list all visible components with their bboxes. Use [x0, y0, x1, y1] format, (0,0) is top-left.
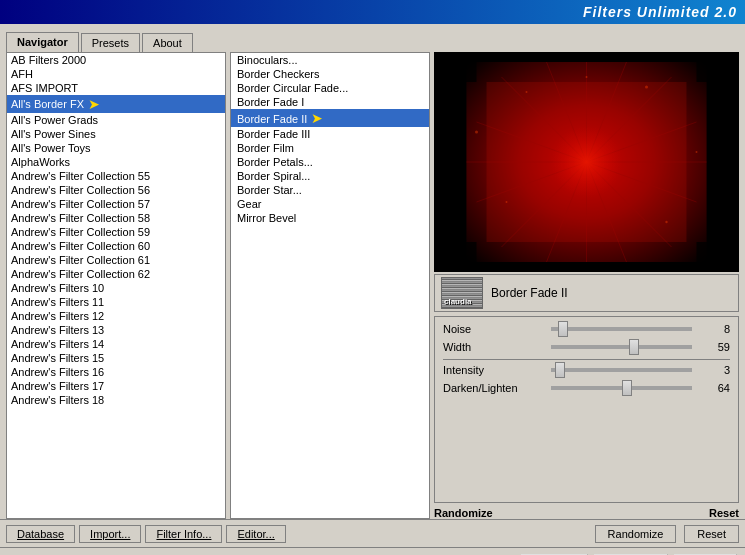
svg-point-32 [696, 151, 698, 153]
control-value: 8 [700, 323, 730, 335]
reset-btn[interactable]: Reset [709, 507, 739, 519]
tab-about[interactable]: About [142, 33, 193, 52]
left-list-item[interactable]: Andrew's Filter Collection 60 [7, 239, 225, 253]
toolbar-right: Randomize Reset [595, 525, 739, 543]
randomize-btn-toolbar[interactable]: Randomize [595, 525, 677, 543]
control-label: Darken/Lighten [443, 382, 543, 394]
filter-thumbnail: claudia [441, 277, 483, 309]
control-slider[interactable] [551, 368, 692, 372]
middle-list-item[interactable]: Border Fade II➤ [231, 109, 429, 127]
left-list-item[interactable]: Andrew's Filter Collection 61 [7, 253, 225, 267]
selection-arrow-icon: ➤ [88, 96, 100, 112]
left-list-item[interactable]: Andrew's Filters 10 [7, 281, 225, 295]
left-list-item[interactable]: AFH [7, 67, 225, 81]
tab-presets[interactable]: Presets [81, 33, 140, 52]
main-container: AB Filters 2000AFHAFS IMPORTAll's Border… [0, 52, 745, 519]
left-list-item[interactable]: Andrew's Filter Collection 55 [7, 169, 225, 183]
control-row: Noise8 [443, 323, 730, 335]
svg-rect-22 [697, 52, 727, 82]
middle-list-item[interactable]: Border Circular Fade... [231, 81, 429, 95]
left-list-item[interactable]: Andrew's Filters 13 [7, 323, 225, 337]
bottom-toolbar: Database Import... Filter Info... Editor… [0, 519, 745, 547]
left-list-item[interactable]: Andrew's Filters 16 [7, 365, 225, 379]
filter-name-label: Border Fade II [491, 286, 732, 300]
middle-list-item[interactable]: Border Spiral... [231, 169, 429, 183]
control-slider[interactable] [551, 386, 692, 390]
middle-panel[interactable]: Binoculars...Border CheckersBorder Circu… [230, 52, 430, 519]
left-list-item[interactable]: All's Border FX➤ [7, 95, 225, 113]
left-list-item[interactable]: Andrew's Filters 12 [7, 309, 225, 323]
svg-point-31 [475, 131, 478, 134]
left-list-item[interactable]: AB Filters 2000 [7, 53, 225, 67]
svg-rect-24 [697, 242, 727, 272]
title-bar: Filters Unlimited 2.0 [0, 0, 745, 24]
left-list-item[interactable]: AFS IMPORT [7, 81, 225, 95]
slider-thumb[interactable] [622, 380, 632, 396]
control-label: Width [443, 341, 543, 353]
svg-rect-21 [447, 52, 477, 82]
left-list-item[interactable]: All's Power Grads [7, 113, 225, 127]
left-list-item[interactable]: All's Power Sines [7, 127, 225, 141]
control-row: Width59 [443, 341, 730, 353]
left-list-item[interactable]: Andrew's Filters 14 [7, 337, 225, 351]
left-list-item[interactable]: Andrew's Filters 17 [7, 379, 225, 393]
svg-rect-23 [447, 242, 477, 272]
filter-info-btn[interactable]: Filter Info... [145, 525, 222, 543]
middle-list-item[interactable]: Border Film [231, 141, 429, 155]
middle-list-item[interactable]: Border Fade I [231, 95, 429, 109]
middle-list-item[interactable]: Border Petals... [231, 155, 429, 169]
middle-arrow-icon: ➤ [311, 110, 323, 126]
controls-area: Noise8Width59Intensity3Darken/Lighten64 [434, 316, 739, 503]
preview-svg [434, 52, 739, 272]
control-label: Noise [443, 323, 543, 335]
editor-btn[interactable]: Editor... [226, 525, 285, 543]
control-row: Darken/Lighten64 [443, 382, 730, 394]
left-list-item[interactable]: AlphaWorks [7, 155, 225, 169]
control-slider[interactable] [551, 327, 692, 331]
svg-point-28 [506, 201, 508, 203]
left-list-item[interactable]: Andrew's Filter Collection 62 [7, 267, 225, 281]
database-btn[interactable]: Database [6, 525, 75, 543]
status-bar: Database: ICNET-Filters Filters 4593 ➤ A… [0, 547, 745, 555]
svg-point-30 [586, 76, 588, 78]
left-list-item[interactable]: All's Power Toys [7, 141, 225, 155]
middle-list-item[interactable]: Binoculars... [231, 53, 429, 67]
randomize-btn[interactable]: Randomize [434, 507, 493, 519]
import-btn[interactable]: Import... [79, 525, 141, 543]
control-slider[interactable] [551, 345, 692, 349]
control-value: 64 [700, 382, 730, 394]
svg-point-26 [526, 91, 528, 93]
middle-list-item[interactable]: Border Fade III [231, 127, 429, 141]
thumbnail-label: claudia [444, 297, 472, 306]
left-list[interactable]: AB Filters 2000AFHAFS IMPORTAll's Border… [7, 53, 225, 518]
right-panel: claudia Border Fade II Noise8Width59Inte… [434, 52, 739, 519]
reset-btn-toolbar[interactable]: Reset [684, 525, 739, 543]
control-label: Intensity [443, 364, 543, 376]
middle-list-item[interactable]: Mirror Bevel [231, 211, 429, 225]
preview-area [434, 52, 739, 272]
left-list-item[interactable]: Andrew's Filter Collection 59 [7, 225, 225, 239]
svg-point-29 [665, 221, 667, 223]
middle-list-item[interactable]: Border Checkers [231, 67, 429, 81]
left-list-item[interactable]: Andrew's Filter Collection 56 [7, 183, 225, 197]
control-value: 3 [700, 364, 730, 376]
tab-bar: Navigator Presets About [0, 24, 745, 52]
slider-thumb[interactable] [629, 339, 639, 355]
left-panel: AB Filters 2000AFHAFS IMPORTAll's Border… [6, 52, 226, 519]
left-list-item[interactable]: Andrew's Filters 18 [7, 393, 225, 407]
filter-info-row: claudia Border Fade II [434, 274, 739, 312]
left-list-item[interactable]: Andrew's Filters 11 [7, 295, 225, 309]
left-list-item[interactable]: Andrew's Filters 15 [7, 351, 225, 365]
slider-thumb[interactable] [558, 321, 568, 337]
middle-list-item[interactable]: Gear [231, 197, 429, 211]
svg-rect-25 [487, 82, 687, 242]
left-list-item[interactable]: Andrew's Filter Collection 57 [7, 197, 225, 211]
svg-point-27 [645, 86, 648, 89]
middle-list-item[interactable]: Border Star... [231, 183, 429, 197]
control-value: 59 [700, 341, 730, 353]
slider-thumb[interactable] [555, 362, 565, 378]
app-title: Filters Unlimited 2.0 [583, 4, 737, 20]
control-row: Intensity3 [443, 364, 730, 376]
tab-navigator[interactable]: Navigator [6, 32, 79, 52]
left-list-item[interactable]: Andrew's Filter Collection 58 [7, 211, 225, 225]
